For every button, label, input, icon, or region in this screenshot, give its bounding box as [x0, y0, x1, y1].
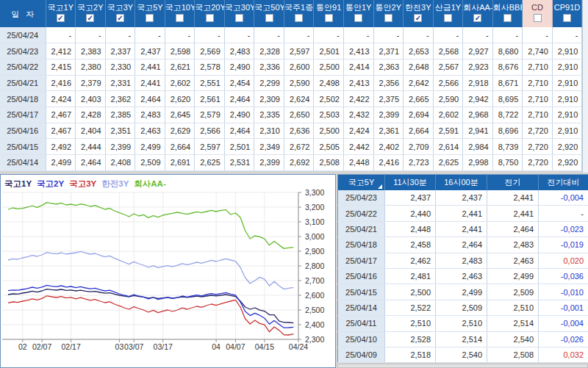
column-checkbox-CP91D[interactable]: [563, 14, 571, 22]
rate-cell[interactable]: 2,528: [385, 331, 436, 347]
rate-cell[interactable]: -: [46, 27, 76, 43]
column-header-국고20Y[interactable]: 국고20Y: [195, 0, 225, 27]
date-cell[interactable]: 25/04/11: [338, 316, 385, 331]
rate-cell[interactable]: -: [165, 27, 195, 43]
rate-cell[interactable]: 2,501: [314, 43, 344, 59]
rate-cell[interactable]: 2,335: [254, 107, 284, 123]
rate-cell[interactable]: 2,441: [436, 221, 487, 237]
rate-cell[interactable]: 2,710: [523, 91, 553, 107]
rate-cell[interactable]: 2,402: [373, 139, 404, 155]
column-checkbox-통안1Y[interactable]: [354, 14, 362, 22]
column-header-CP91D[interactable]: CP91D: [552, 0, 582, 27]
rate-cell[interactable]: 2,569: [195, 43, 225, 59]
rate-cell[interactable]: 2,653: [404, 43, 434, 59]
rate-cell[interactable]: 2,502: [314, 91, 344, 107]
rate-cell[interactable]: -: [254, 27, 284, 43]
rate-cell[interactable]: -: [492, 27, 523, 43]
rate-cell[interactable]: 2,349: [254, 139, 284, 155]
rate-cell[interactable]: 2,403: [76, 91, 106, 107]
horizontal-scrollbar[interactable]: [337, 364, 588, 368]
rate-cell[interactable]: 2,710: [523, 59, 553, 75]
rate-cell[interactable]: 2,597: [195, 139, 225, 155]
rate-cell[interactable]: 2,454: [224, 75, 254, 91]
rate-cell[interactable]: -: [314, 27, 344, 43]
column-header-국고50Y[interactable]: 국고50Y: [254, 0, 284, 27]
rate-cell[interactable]: 2,510: [385, 316, 436, 331]
rate-cell[interactable]: 2,510: [487, 300, 539, 315]
rate-cell[interactable]: 2,437: [135, 43, 165, 59]
column-header-CD[interactable]: CD: [523, 0, 553, 27]
rate-cell[interactable]: 2,441: [487, 190, 539, 206]
rate-cell[interactable]: 2,590: [433, 91, 463, 107]
rate-cell[interactable]: 2,351: [105, 123, 135, 139]
detail-column-header-전기[interactable]: 전기: [487, 175, 539, 190]
rate-cell[interactable]: 2,723: [404, 155, 434, 171]
rate-cell[interactable]: 2,441: [135, 75, 165, 91]
column-checkbox-CD[interactable]: [534, 14, 542, 22]
rate-cell[interactable]: 2,602: [433, 107, 463, 123]
rate-cell[interactable]: 2,566: [195, 123, 225, 139]
date-cell[interactable]: 25/04/21: [338, 221, 385, 237]
column-checkbox-한전3Y[interactable]: ✓: [414, 14, 422, 22]
rate-cell[interactable]: 2,597: [284, 43, 314, 59]
rate-cell[interactable]: 2,578: [195, 59, 225, 75]
rate-cell[interactable]: 2,464: [76, 155, 106, 171]
rate-cell[interactable]: 2,440: [385, 206, 436, 221]
rate-cell[interactable]: -: [552, 27, 582, 43]
column-header-국고3Y[interactable]: 국고3Y✓: [105, 0, 135, 27]
column-header-통안1Y[interactable]: 통안1Y: [343, 0, 373, 27]
date-cell[interactable]: 25/04/23: [338, 190, 385, 206]
rate-cell[interactable]: -: [523, 27, 553, 43]
rate-cell[interactable]: 2,463: [487, 253, 539, 268]
column-header-통안91[interactable]: 통안91: [314, 0, 344, 27]
rate-cell[interactable]: 2,399: [254, 155, 284, 171]
date-cell[interactable]: 25/04/15: [338, 284, 385, 300]
rate-cell[interactable]: 2,362: [105, 91, 135, 107]
rate-cell[interactable]: 2,399: [105, 139, 135, 155]
diff-cell[interactable]: -0,001: [539, 300, 588, 315]
rate-cell[interactable]: 2,968: [463, 107, 493, 123]
rate-cell[interactable]: 2,481: [385, 268, 436, 284]
rate-cell[interactable]: -: [224, 27, 254, 43]
rate-cell[interactable]: 2,910: [552, 75, 582, 91]
rate-cell[interactable]: 2,437: [385, 190, 436, 206]
rate-cell[interactable]: 2,650: [284, 107, 314, 123]
rate-cell[interactable]: 2,664: [404, 123, 434, 139]
rate-cell[interactable]: 2,720: [523, 155, 553, 171]
rate-cell[interactable]: 2,514: [487, 316, 539, 331]
rate-cell[interactable]: 2,621: [165, 59, 195, 75]
rate-cell[interactable]: 2,625: [195, 155, 225, 171]
rate-cell[interactable]: 2,412: [46, 43, 76, 59]
detail-column-header-11시30분[interactable]: 11시30분: [385, 175, 436, 190]
rate-cell[interactable]: 2,941: [463, 123, 493, 139]
detail-column-header-전기대비[interactable]: 전기대비: [539, 175, 588, 190]
rate-cell[interactable]: 2,910: [552, 107, 582, 123]
rate-cell[interactable]: 2,694: [404, 107, 434, 123]
date-cell[interactable]: 25/04/17: [338, 253, 385, 268]
diff-cell[interactable]: 0,020: [539, 253, 588, 268]
rate-cell[interactable]: 2,531: [224, 155, 254, 171]
column-checkbox-회사BBB-[interactable]: [503, 14, 512, 22]
detail-column-header-16시00분[interactable]: 16시00분: [436, 175, 487, 190]
column-header-한전3Y[interactable]: 한전3Y✓: [404, 0, 434, 27]
rate-cell[interactable]: 2,927: [463, 43, 493, 59]
column-checkbox-회사AA-[interactable]: ✓: [473, 14, 481, 22]
rate-cell[interactable]: 2,464: [487, 221, 539, 237]
rate-cell[interactable]: 8,696: [492, 123, 523, 139]
rate-cell[interactable]: 2,629: [165, 123, 195, 139]
rate-cell[interactable]: 2,566: [433, 75, 463, 91]
rate-cell[interactable]: 2,509: [135, 155, 165, 171]
rate-cell[interactable]: 2,483: [224, 43, 254, 59]
rate-cell[interactable]: 2,998: [463, 155, 493, 171]
rate-cell[interactable]: 2,499: [487, 268, 539, 284]
rate-cell[interactable]: 2,709: [404, 139, 434, 155]
date-cell[interactable]: 25/04/23: [0, 43, 46, 59]
rate-cell[interactable]: 2,664: [165, 139, 195, 155]
rate-cell[interactable]: 2,645: [165, 107, 195, 123]
column-header-국고1Y[interactable]: 국고1Y✓: [46, 0, 76, 27]
diff-cell[interactable]: -0,004: [539, 316, 588, 331]
rate-cell[interactable]: 2,490: [224, 59, 254, 75]
column-checkbox-국고30Y[interactable]: [235, 14, 243, 22]
rate-cell[interactable]: 2,424: [343, 123, 373, 139]
rate-cell[interactable]: 2,499: [135, 139, 165, 155]
